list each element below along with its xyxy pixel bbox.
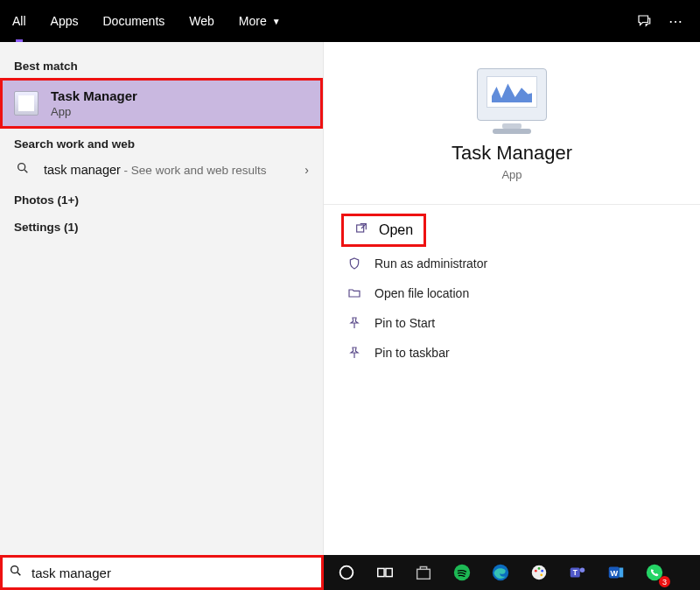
search-tab-bar: All Apps Documents Web More▼ ⋯: [0, 0, 700, 42]
svg-text:T: T: [573, 569, 578, 577]
result-subtitle: App: [51, 105, 137, 118]
svg-line-1: [24, 170, 27, 172]
pin-taskbar-icon: [346, 345, 362, 361]
action-label: Run as administrator: [374, 256, 487, 270]
task-manager-icon: [14, 91, 38, 116]
word-icon[interactable]: W: [597, 555, 635, 590]
tab-label: Web: [189, 14, 214, 28]
svg-point-17: [540, 573, 542, 576]
search-web-label: Search work and web: [0, 132, 323, 154]
result-title: Task Manager: [51, 88, 137, 103]
search-box[interactable]: [0, 555, 324, 590]
chevron-right-icon: ›: [304, 163, 309, 177]
notification-badge: 3: [659, 576, 670, 587]
svg-rect-8: [378, 568, 384, 576]
action-pin-to-taskbar[interactable]: Pin to taskbar: [324, 338, 700, 368]
action-open[interactable]: Open: [341, 214, 426, 247]
taskbar: T W 3: [0, 555, 700, 590]
tab-label: All: [12, 14, 26, 28]
spotify-icon[interactable]: [443, 555, 481, 590]
teams-icon[interactable]: T: [558, 555, 597, 590]
search-hint: - See work and web results: [121, 164, 267, 177]
svg-point-20: [580, 568, 585, 573]
folder-icon: [346, 285, 362, 301]
search-input[interactable]: [32, 565, 315, 580]
preview-pane: Task Manager App Open Run as administrat…: [324, 42, 700, 555]
action-label: Open file location: [374, 286, 469, 300]
admin-icon: [346, 256, 362, 271]
more-options-icon[interactable]: ⋯: [660, 5, 691, 37]
preview-title: Task Manager: [452, 142, 572, 165]
search-web-text: task manager - See work and web results: [44, 163, 292, 177]
tab-web[interactable]: Web: [177, 0, 227, 42]
action-pin-to-start[interactable]: Pin to Start: [324, 308, 700, 338]
action-label: Open: [379, 222, 413, 238]
tab-label: Apps: [51, 14, 79, 28]
action-open-file-location[interactable]: Open file location: [324, 278, 700, 308]
open-icon: [354, 221, 368, 239]
chevron-down-icon: ▼: [272, 17, 281, 26]
cortana-icon[interactable]: [327, 555, 366, 590]
action-run-as-admin[interactable]: Run as administrator: [324, 249, 700, 278]
svg-point-14: [535, 570, 537, 572]
svg-rect-10: [417, 569, 430, 579]
search-web-row[interactable]: task manager - See work and web results …: [0, 154, 323, 185]
svg-point-7: [340, 566, 354, 579]
best-match-label: Best match: [0, 51, 323, 78]
edge-icon[interactable]: [481, 555, 520, 590]
tab-more[interactable]: More▼: [227, 0, 293, 42]
search-tabs: All Apps Documents Web More▼: [0, 0, 293, 42]
preview-subtitle: App: [501, 168, 522, 181]
task-manager-icon: [477, 68, 547, 121]
store-icon[interactable]: [404, 555, 443, 590]
tab-documents[interactable]: Documents: [90, 0, 177, 42]
svg-rect-2: [357, 225, 364, 232]
pin-start-icon: [346, 315, 362, 331]
tab-label: Documents: [102, 14, 164, 28]
results-pane: Best match Task Manager App Search work …: [0, 42, 324, 555]
search-term: task manager: [44, 163, 121, 177]
taskview-icon[interactable]: [366, 555, 404, 590]
whatsapp-icon[interactable]: 3: [635, 555, 674, 590]
preview-hero: Task Manager App: [324, 42, 700, 205]
search-icon: [14, 161, 32, 178]
svg-point-15: [538, 567, 541, 570]
feedback-icon[interactable]: [628, 5, 660, 37]
tab-label: More: [239, 14, 267, 28]
tab-apps[interactable]: Apps: [38, 0, 91, 42]
svg-point-5: [11, 566, 18, 573]
svg-rect-23: [620, 568, 624, 578]
paint-icon[interactable]: [520, 555, 558, 590]
photos-section[interactable]: Photos (1+): [0, 185, 323, 212]
search-icon: [9, 564, 23, 581]
settings-section[interactable]: Settings (1): [0, 212, 323, 239]
svg-point-0: [18, 164, 25, 171]
svg-text:W: W: [610, 569, 618, 578]
preview-actions: Open Run as administrator Open file loca…: [324, 205, 700, 375]
svg-point-16: [541, 570, 543, 572]
svg-line-6: [18, 572, 20, 575]
tab-all[interactable]: All: [0, 0, 38, 42]
action-label: Pin to taskbar: [374, 346, 450, 360]
svg-rect-9: [386, 568, 392, 576]
result-task-manager[interactable]: Task Manager App: [0, 78, 323, 129]
action-label: Pin to Start: [374, 316, 435, 330]
